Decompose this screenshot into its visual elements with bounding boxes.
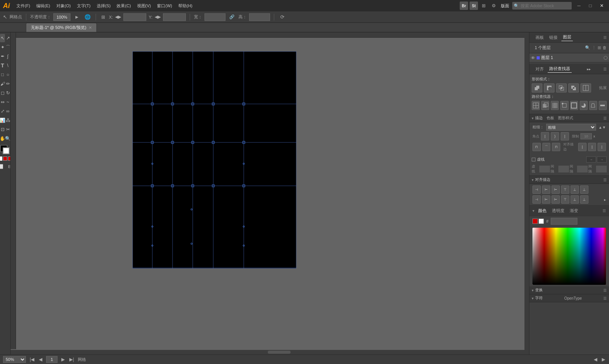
distribute-vcenter[interactable]: ⊥ — [571, 195, 579, 204]
align-outside-btn[interactable]: | — [598, 143, 606, 151]
zoom-select[interactable]: 50% — [3, 356, 26, 363]
color-menu-icon[interactable]: ☰ — [603, 209, 606, 213]
width-tool[interactable]: ⤢ — [0, 107, 5, 115]
gap-input-2[interactable] — [577, 166, 588, 172]
line-tool[interactable]: \ — [5, 61, 10, 70]
red-box2[interactable] — [8, 156, 11, 161]
align-h-center[interactable]: ⊢ — [542, 185, 550, 194]
menu-effect[interactable]: 效果(C) — [114, 2, 133, 10]
reflect-tool[interactable]: ⇔ — [0, 98, 5, 106]
next-artboard-btn[interactable]: ▶ — [61, 357, 66, 362]
tab-align[interactable]: 对齐 — [534, 65, 545, 73]
pf-trap-btn[interactable] — [589, 101, 597, 110]
change-screen-mode-btn[interactable]: ⊟ — [6, 162, 11, 171]
artboard-number-input[interactable] — [46, 356, 58, 363]
delete-layer-icon[interactable]: 🗑 — [603, 45, 607, 50]
tab-swatches[interactable]: 色板 — [547, 115, 554, 121]
shape-expand-btn[interactable]: 拓展 — [599, 85, 607, 91]
panel-menu-icon[interactable]: ☰ — [603, 35, 607, 40]
stroke-menu-icon[interactable]: ☰ — [603, 116, 607, 120]
tab-gradient[interactable]: 渐变 — [568, 207, 580, 214]
opacity-arrow[interactable]: ▶ — [73, 13, 81, 21]
expand-pathfinder-icon[interactable]: ▸▸ — [587, 67, 591, 71]
pf-minusback-btn[interactable] — [580, 101, 588, 110]
distribute-bottom[interactable]: ⊥ — [580, 195, 588, 204]
layer-visibility-icon[interactable]: 👁 — [531, 56, 535, 60]
scroll-left-btn[interactable]: ◀ — [593, 357, 598, 362]
pencil-tool[interactable]: ✏ — [5, 80, 10, 88]
minimize-btn[interactable]: ─ — [575, 2, 583, 10]
draw-normal-btn[interactable]: ⬜ — [0, 162, 5, 171]
dash-end-align1-btn[interactable]: → — [586, 156, 596, 163]
pathfinder-menu-icon[interactable]: ☰ — [603, 67, 607, 71]
align-left-edges[interactable]: ⊣ — [532, 185, 541, 194]
stroke-box[interactable] — [3, 147, 10, 154]
typography-expand-icon[interactable]: ▾ — [532, 296, 534, 300]
tab-links[interactable]: 链接 — [548, 34, 559, 41]
scroll-right-btn[interactable]: ▶ — [601, 357, 606, 362]
canvas-scrollbar-vertical[interactable] — [524, 32, 529, 354]
transform-menu-icon[interactable]: ☰ — [603, 288, 607, 292]
tab-graphic-styles[interactable]: 图形样式 — [558, 115, 573, 121]
align-bottom-edges[interactable]: ⊥ — [580, 185, 588, 194]
pf-crop-btn[interactable] — [560, 101, 568, 110]
search-input[interactable] — [521, 3, 570, 8]
menu-file[interactable]: 文件(F) — [14, 2, 33, 10]
blend-tool[interactable]: ∞ — [5, 107, 10, 115]
column-graph-tool[interactable]: 📊 — [0, 116, 5, 125]
rect-tool[interactable]: □ — [0, 70, 5, 79]
cap-square-btn[interactable]: | — [561, 132, 569, 140]
dash-end-align2-btn[interactable]: → — [597, 156, 607, 163]
pf-extra-btn[interactable] — [599, 101, 607, 110]
tab-opacity[interactable]: 透明度 — [550, 207, 566, 214]
hand-tool[interactable]: ✋ — [0, 134, 5, 143]
globe-icon[interactable]: 🌐 — [83, 13, 92, 21]
artboard-tool[interactable]: ⊡ — [0, 125, 5, 134]
lasso-tool[interactable]: ⌒ — [5, 43, 10, 51]
dash-input-1[interactable] — [539, 166, 550, 172]
magic-wand-tool[interactable]: ✦ — [0, 43, 5, 51]
selection-tool[interactable]: ↖ — [0, 34, 5, 42]
stroke-expand-icon[interactable]: ▾ — [532, 116, 534, 120]
shape-divide-btn[interactable] — [580, 83, 591, 93]
align-top-edges[interactable]: ⊤ — [561, 185, 569, 194]
distribute-hcenter[interactable]: ⊢ — [542, 195, 550, 204]
menu-object[interactable]: 对象(O) — [54, 2, 74, 10]
gap-input-3[interactable] — [596, 166, 607, 172]
new-layer-icon[interactable]: ⊞ — [598, 45, 601, 50]
menu-edit[interactable]: 编辑(E) — [34, 2, 53, 10]
layer-options-icon[interactable]: ⋮ — [592, 45, 596, 50]
join-bevel-btn[interactable]: ⊓ — [552, 143, 560, 151]
menu-view[interactable]: 视图(V) — [134, 2, 154, 10]
menu-help[interactable]: 帮助(H) — [176, 2, 195, 10]
direct-selection-tool[interactable]: ↗ — [5, 34, 10, 42]
canvas-scrollbar-horizontal[interactable] — [11, 350, 524, 354]
align-inside-btn[interactable]: | — [588, 143, 596, 151]
menu-select[interactable]: 选择(S) — [94, 2, 113, 10]
color-swatch-white[interactable] — [539, 219, 544, 224]
typography-menu-icon[interactable]: ☰ — [603, 296, 607, 300]
tab-close-btn[interactable]: ✕ — [89, 26, 92, 30]
pf-trim-btn[interactable] — [541, 101, 549, 110]
color-picker[interactable] — [532, 228, 606, 285]
stock-btn[interactable]: St — [470, 2, 478, 10]
curvature-tool[interactable]: ∫ — [5, 52, 10, 61]
pf-outline-btn[interactable] — [570, 101, 578, 110]
align-expand-icon[interactable]: ▾ — [532, 178, 534, 182]
limit-input[interactable]: 10 — [580, 133, 592, 139]
align-to-dropdown[interactable]: ▸ — [604, 198, 606, 202]
menu-window[interactable]: 窗口(W) — [154, 2, 175, 10]
document-tab[interactable]: 无标题-1* @ 50% (RGB/预览) ✕ — [26, 23, 97, 32]
align-v-center[interactable]: ⊥ — [571, 185, 579, 194]
rotate-tool[interactable]: ↻ — [5, 89, 10, 97]
transform-expand-icon[interactable]: ▾ — [532, 288, 534, 292]
tab-pathfinder[interactable]: 路径查找器 — [548, 65, 572, 73]
ellipse-tool[interactable]: ○ — [5, 70, 10, 79]
join-round-btn[interactable]: ⌒ — [542, 143, 551, 151]
layer-1-name[interactable]: 图层 1 — [541, 55, 602, 61]
apps-btn[interactable]: ⊞ — [480, 2, 488, 10]
distribute-top[interactable]: ⊤ — [561, 195, 569, 204]
tab-color[interactable]: 颜色 — [537, 207, 548, 214]
distribute-right[interactable]: ⊢ — [551, 195, 560, 204]
white-box[interactable] — [0, 156, 2, 161]
